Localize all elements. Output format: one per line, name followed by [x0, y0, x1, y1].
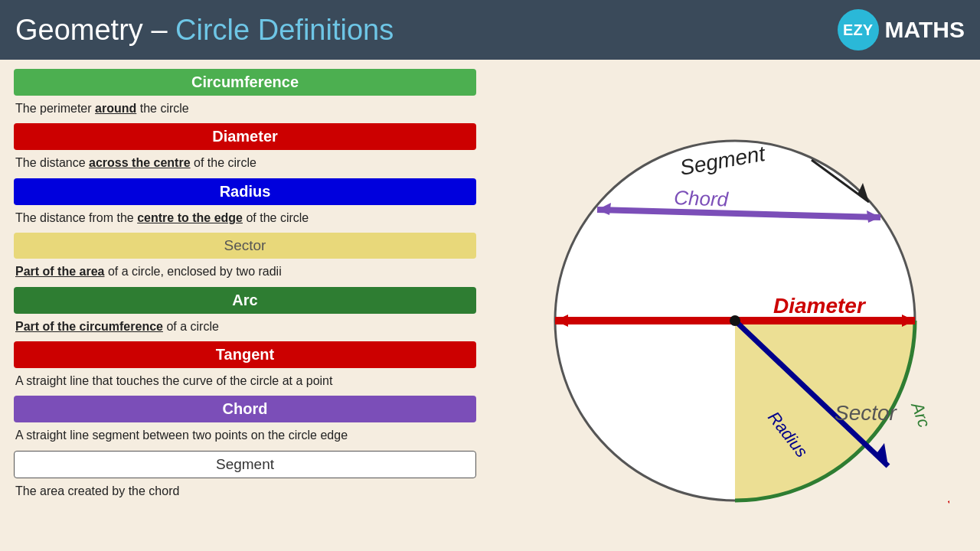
arc-bar: Arc [14, 287, 476, 314]
sector-bar: Sector [14, 233, 476, 259]
logo-text: MATHS [885, 17, 965, 43]
logo-icon: EZY [838, 9, 879, 51]
tangent-desc: A straight line that touches the curve o… [14, 371, 476, 393]
segment-desc: The area created by the chord [14, 481, 476, 503]
diameter-bar: Diameter [14, 123, 476, 150]
diagram-svg: Segment Chord Diameter Radius Sector Arc… [521, 91, 949, 520]
svg-point-6 [730, 315, 740, 326]
chord-desc: A straight line segment between two poin… [14, 425, 476, 447]
header: Geometry – Circle Definitions EZY MATHS [0, 0, 980, 60]
arc-desc: Part of the circumference of a circle [14, 317, 476, 338]
segment-bar: Segment [14, 451, 476, 478]
main-content: Circumference The perimeter around the c… [0, 60, 980, 551]
right-panel: Segment Chord Diameter Radius Sector Arc… [490, 60, 980, 551]
tangent-bar: Tangent [14, 341, 476, 368]
left-panel: Circumference The perimeter around the c… [0, 60, 490, 551]
svg-text:Arc: Arc [907, 398, 934, 429]
radius-bar: Radius [14, 178, 476, 205]
svg-text:Sector: Sector [835, 401, 898, 425]
page-title: Geometry – Circle Definitions [15, 14, 394, 47]
radius-desc: The distance from the centre to the edge… [14, 208, 476, 230]
circumference-desc: The perimeter around the circle [14, 99, 476, 120]
diameter-desc: The distance across the centre of the ci… [14, 153, 476, 174]
logo: EZY MATHS [838, 9, 965, 51]
circle-diagram: Segment Chord Diameter Radius Sector Arc… [521, 91, 949, 520]
circumference-bar: Circumference [14, 69, 476, 96]
svg-text:Diameter: Diameter [773, 294, 867, 318]
sector-desc: Part of the area of a circle, enclosed b… [14, 262, 476, 283]
chord-bar: Chord [14, 396, 476, 422]
svg-text:Chord: Chord [674, 186, 730, 211]
